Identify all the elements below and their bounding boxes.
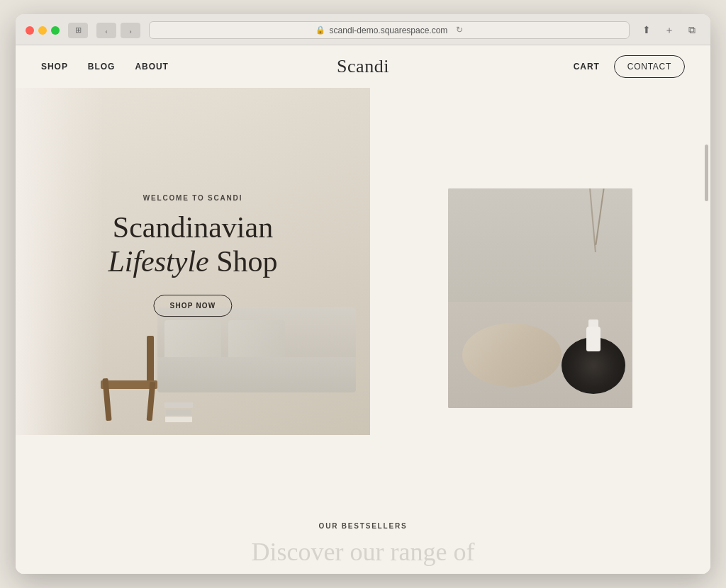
- lock-icon: 🔒: [315, 26, 325, 35]
- nav-left: SHOP BLOG ABOUT: [41, 62, 169, 72]
- round-coffee-table: [462, 323, 562, 387]
- website: SHOP BLOG ABOUT Scandi CART CONTACT: [16, 45, 710, 574]
- nav-right: CART CONTACT: [574, 55, 685, 78]
- contact-button[interactable]: CONTACT: [614, 55, 685, 78]
- url-text: scandi-demo.squarespace.com: [330, 26, 448, 35]
- headline-italic: Lifestyle: [108, 245, 208, 278]
- sofa-cushion-2: [228, 320, 285, 363]
- hero-text-overlay: WELCOME TO SCANDI Scandinavian Lifestyle…: [108, 194, 277, 317]
- share-icon[interactable]: ⬆: [638, 23, 655, 38]
- scrollbar[interactable]: [705, 145, 708, 574]
- welcome-label: WELCOME TO SCANDI: [108, 194, 277, 202]
- scrollbar-thumb[interactable]: [705, 145, 708, 201]
- nav-shop[interactable]: SHOP: [41, 62, 68, 72]
- minimize-dot[interactable]: [38, 26, 47, 35]
- books-stack: [164, 402, 193, 422]
- nav-about[interactable]: ABOUT: [135, 62, 168, 72]
- bestsellers-section: OUR BESTSELLERS Discover our range of: [16, 508, 710, 574]
- main-content: WELCOME TO SCANDI Scandinavian Lifestyle…: [16, 88, 710, 574]
- shop-now-button[interactable]: SHOP NOW: [154, 295, 233, 317]
- close-dot[interactable]: [26, 26, 34, 35]
- maximize-dot[interactable]: [51, 26, 60, 35]
- headline-line1: Scandinavian: [113, 211, 273, 244]
- back-button[interactable]: ‹: [96, 23, 116, 38]
- browser-dots: [26, 26, 60, 35]
- forward-button[interactable]: ›: [121, 23, 140, 38]
- bestsellers-label: OUR BESTSELLERS: [16, 522, 710, 530]
- refresh-icon[interactable]: ↻: [456, 25, 463, 35]
- bestsellers-title: Discover our range of: [16, 537, 710, 567]
- new-tab-icon[interactable]: ＋: [661, 23, 678, 38]
- main-navigation: SHOP BLOG ABOUT Scandi CART CONTACT: [16, 45, 710, 88]
- vase-body: [586, 327, 601, 351]
- product-image: [448, 188, 632, 408]
- tab-switcher-icon[interactable]: ⊞: [68, 23, 88, 38]
- chair-back: [147, 336, 154, 382]
- headline-regular: Shop: [209, 245, 278, 278]
- browser-window: ⊞ ‹ › 🔒 scandi-demo.squarespace.com ↻ ⬆ …: [16, 14, 710, 574]
- sofa-seat: [157, 357, 356, 392]
- site-title[interactable]: Scandi: [337, 56, 389, 77]
- hero-section: WELCOME TO SCANDI Scandinavian Lifestyle…: [16, 88, 710, 508]
- headline: Scandinavian Lifestyle Shop: [108, 210, 277, 279]
- chair-decoration: [101, 336, 157, 421]
- product-sofa: [448, 188, 632, 302]
- hero-right-content: [370, 88, 710, 508]
- cart-link[interactable]: CART: [574, 62, 600, 72]
- vase-decoration: [583, 316, 604, 351]
- hero-left-image: WELCOME TO SCANDI Scandinavian Lifestyle…: [16, 88, 370, 435]
- tabs-icon[interactable]: ⧉: [683, 23, 700, 38]
- address-bar[interactable]: 🔒 scandi-demo.squarespace.com ↻: [149, 21, 630, 39]
- sofa-cushion-1: [164, 320, 221, 363]
- browser-chrome: ⊞ ‹ › 🔒 scandi-demo.squarespace.com ↻ ⬆ …: [16, 14, 710, 45]
- nav-center: Scandi: [337, 56, 389, 77]
- browser-nav: ‹ ›: [96, 23, 140, 38]
- browser-actions: ⬆ ＋ ⧉: [638, 23, 700, 38]
- nav-blog[interactable]: BLOG: [88, 62, 116, 72]
